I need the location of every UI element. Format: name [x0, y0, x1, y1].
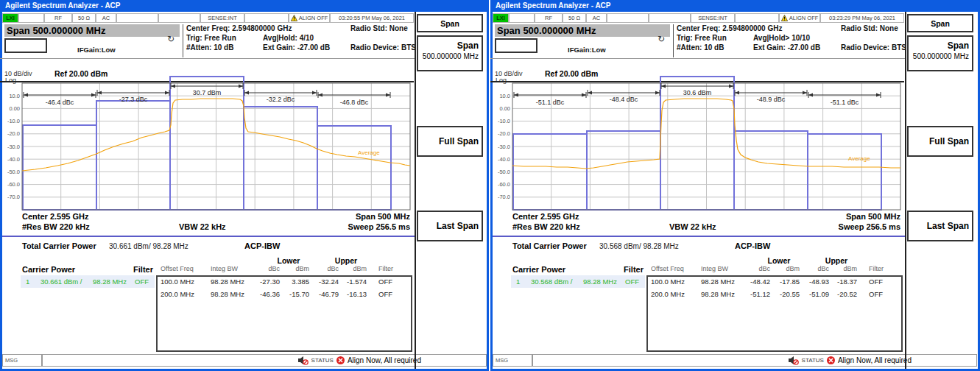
- log-scale-label: Log: [496, 77, 507, 84]
- upper-header: Upper: [324, 256, 368, 265]
- lxi-badge: LXI: [2, 13, 18, 23]
- align-message: Align Now, All required: [838, 356, 912, 364]
- offset-row-cell: OFF: [869, 278, 898, 286]
- col-offset-freq: Offset Freq: [651, 265, 697, 272]
- window-titlebar[interactable]: Agilent Spectrum Analyzer - ACP: [491, 1, 979, 12]
- measurement-mode-label: ACP-IBW: [244, 241, 280, 250]
- analyzer-window-left: Agilent Spectrum Analyzer - ACP LXI RF 5…: [0, 0, 489, 371]
- measbar-divider: [183, 24, 183, 57]
- softkey-span[interactable]: Span 500.000000 MHz: [417, 35, 483, 71]
- continuous-sweep-icon: ↻: [167, 34, 175, 44]
- softkey-last-span[interactable]: Last Span: [417, 211, 483, 241]
- footer-vbw: VBW 22 kHz: [179, 222, 226, 231]
- measbar-bottom-line: [490, 58, 905, 59]
- section-divider: [2, 236, 415, 237]
- col-upper-dbm: dBm: [828, 265, 857, 272]
- offset-row-cell: 98.28 MHz: [211, 278, 252, 286]
- col-offset-freq: Offset Freq: [161, 265, 206, 272]
- carrier-index: 1: [516, 278, 520, 286]
- status-align-label: ALIGN OFF: [299, 15, 328, 21]
- carrier-power-header: Carrier Power: [22, 265, 75, 274]
- section-divider: [493, 236, 905, 237]
- col-upper-dbc: dBc: [309, 265, 339, 272]
- offset-table-border: [646, 275, 903, 352]
- active-function-box: [495, 38, 537, 53]
- offset-row-cell: -20.52: [828, 290, 857, 298]
- total-carrier-power-label: Total Carrier Power: [22, 241, 96, 250]
- align-error-icon: [827, 356, 835, 364]
- col-lower-dbm: dBm: [770, 265, 800, 272]
- window-titlebar[interactable]: Agilent Spectrum Analyzer - ACP: [1, 1, 488, 12]
- dual-analyzer-screen: Agilent Spectrum Analyzer - ACP LXI RF 5…: [0, 0, 980, 371]
- carrier-index: 1: [26, 278, 29, 286]
- total-carrier-power-value: 30.568 dBm/ 98.28 MHz: [599, 242, 679, 250]
- col-integ-bw: Integ BW: [701, 265, 742, 272]
- center-freq-label: Center Freq: 2.594800000 GHz: [186, 24, 292, 32]
- offset-row-cell: 200.0 MHz: [651, 290, 697, 298]
- footer-center-freq: Center 2.595 GHz: [512, 212, 579, 221]
- ext-gain-label: Ext Gain: -27.00 dB: [753, 43, 820, 52]
- footer-span: Span 500 MHz: [785, 212, 900, 221]
- footer-sweep: Sweep 256.5 ms: [295, 222, 410, 231]
- status-align: ALIGN OFF: [779, 13, 820, 23]
- window-title: Agilent Spectrum Analyzer - ACP: [5, 1, 121, 10]
- offset-row-cell: 200.0 MHz: [161, 290, 206, 298]
- footer-vbw: VBW 22 kHz: [669, 222, 716, 231]
- col-upper-dbm: dBm: [337, 265, 367, 272]
- total-carrier-power-value: 30.661 dBm/ 98.28 MHz: [109, 242, 188, 250]
- status-datetime: 03:20:55 PM May 06, 2021: [330, 13, 414, 23]
- trigger-label: Trig: Free Run: [186, 34, 236, 42]
- lower-header: Lower: [757, 256, 801, 265]
- status-cell-empty: [607, 13, 649, 23]
- softkey-span-value: 500.000000 MHz: [909, 52, 969, 60]
- analyzer-window-right: Agilent Spectrum Analyzer - ACP LXI RF 5…: [490, 0, 980, 371]
- ifgain-label: IFGain:Low: [77, 46, 116, 54]
- col-filter: Filter: [869, 265, 898, 272]
- softkey-full-span[interactable]: Full Span: [417, 126, 483, 157]
- offset-row-cell: -51.12: [738, 290, 770, 298]
- col-integ-bw: Integ BW: [211, 265, 252, 272]
- status-cell-empty: [649, 13, 691, 23]
- softkey-last-span[interactable]: Last Span: [907, 211, 973, 241]
- speaker-muted-icon: [788, 356, 799, 365]
- status-rf: RF: [44, 13, 72, 23]
- softkey-full-span[interactable]: Full Span: [907, 126, 973, 157]
- carrier-filter-value: OFF: [625, 278, 639, 286]
- msg-box: MSG: [2, 354, 42, 367]
- status-cell-empty: [158, 13, 200, 23]
- softkey-span-title: Span: [418, 40, 479, 51]
- status-align-label: ALIGN OFF: [789, 15, 819, 21]
- softkey-span-title: Span: [909, 40, 969, 51]
- status-cell-empty: [735, 13, 779, 23]
- log-scale-label: Log: [5, 77, 16, 84]
- offset-row-cell: 98.28 MHz: [211, 290, 252, 298]
- status-cell-empty: [116, 13, 158, 23]
- offset-row-cell: OFF: [869, 290, 898, 298]
- footer-rbw: #Res BW 220 kHz: [512, 222, 580, 231]
- softkey-span[interactable]: Span 500.000000 MHz: [907, 35, 973, 71]
- status-impedance: 50 Ω: [72, 13, 96, 23]
- offset-row-cell: -48.42: [738, 278, 770, 286]
- ref-level-label: Ref 20.00 dBm: [54, 69, 107, 78]
- offset-table-border: [156, 275, 412, 352]
- trigger-label: Trig: Free Run: [677, 34, 727, 42]
- speaker-muted-icon: [297, 356, 309, 365]
- avg-hold-label: Avg|Hold: 4/10: [263, 34, 314, 42]
- window-title: Agilent Spectrum Analyzer - ACP: [496, 1, 611, 10]
- status-sense: SENSE:INT: [691, 13, 735, 23]
- status-cell-empty: [18, 13, 44, 23]
- footer-rbw: #Res BW 220 kHz: [22, 222, 90, 231]
- softkey-span-value: 500.000000 MHz: [418, 52, 479, 60]
- atten-label: #Atten: 10 dB: [186, 43, 233, 52]
- carrier-power-header: Carrier Power: [512, 265, 565, 274]
- msg-box: MSG: [493, 354, 532, 367]
- col-filter: Filter: [378, 265, 408, 272]
- radio-device-label: Radio Device: BTS: [841, 43, 906, 52]
- status-word: STATUS: [802, 357, 824, 364]
- upper-header: Upper: [814, 256, 859, 265]
- status-cell-empty: [244, 13, 289, 23]
- total-carrier-power-label: Total Carrier Power: [512, 241, 587, 250]
- offset-row-cell: -17.85: [770, 278, 800, 286]
- offset-row-cell: -32.24: [309, 278, 339, 286]
- ifgain-label: IFGain:Low: [568, 46, 606, 54]
